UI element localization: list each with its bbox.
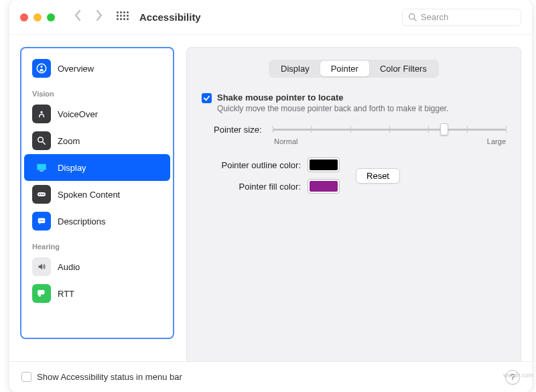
preferences-window: Accessibility Overview Vision Voic [9, 0, 532, 392]
fill-color-well[interactable] [308, 179, 340, 194]
fill-color-label: Pointer fill color: [202, 182, 301, 192]
reset-button[interactable]: Reset [356, 168, 400, 184]
shake-to-locate-checkbox[interactable] [202, 93, 212, 103]
svg-point-2 [37, 64, 46, 73]
back-button[interactable] [74, 9, 82, 25]
tab-group: Display Pointer Color Filters [269, 60, 439, 78]
display-icon [32, 158, 51, 177]
help-button[interactable]: ? [505, 370, 520, 385]
pointer-size-min: Normal [274, 137, 297, 145]
fill-color-swatch [310, 181, 338, 192]
sidebar-section-hearing: Hearing [24, 235, 170, 253]
footer: Show Accessibility status in menu bar ? [9, 361, 532, 392]
spoken-content-icon [32, 185, 51, 204]
svg-point-3 [41, 66, 43, 68]
show-status-label: Show Accessibility status in menu bar [37, 372, 182, 382]
svg-line-1 [414, 19, 416, 21]
outline-color-well[interactable] [308, 157, 340, 172]
sidebar-item-label: Spoken Content [58, 190, 120, 200]
sidebar[interactable]: Overview Vision VoiceOver Zoom Displa [20, 47, 174, 339]
sidebar-item-label: Display [58, 163, 86, 173]
pointer-size-label: Pointer size: [214, 125, 262, 135]
window-controls [20, 13, 55, 21]
svg-point-14 [40, 220, 41, 222]
titlebar: Accessibility [9, 0, 532, 35]
search-input[interactable] [421, 12, 515, 22]
search-field[interactable] [402, 9, 521, 26]
sidebar-item-descriptions[interactable]: Descriptions [24, 208, 170, 235]
main-panel: Display Pointer Color Filters Shake mous… [186, 47, 521, 385]
minimize-button[interactable] [34, 13, 42, 21]
window-title: Accessibility [139, 11, 201, 23]
sidebar-item-label: Overview [58, 64, 94, 74]
svg-point-16 [43, 220, 44, 222]
svg-point-11 [41, 194, 42, 195]
rtt-icon [32, 284, 51, 303]
tab-display[interactable]: Display [270, 61, 320, 76]
outline-color-label: Pointer outline color: [202, 160, 301, 170]
pointer-size-slider[interactable] [273, 123, 506, 136]
shake-to-locate-description: Quickly move the mouse pointer back and … [217, 104, 449, 113]
outline-color-swatch [310, 159, 338, 170]
shake-to-locate-label: Shake mouse pointer to locate [217, 92, 344, 103]
show-all-button[interactable] [117, 11, 129, 23]
sidebar-item-zoom[interactable]: Zoom [24, 127, 170, 154]
sidebar-item-label: RTT [58, 289, 74, 299]
svg-point-12 [43, 194, 44, 195]
overview-icon [32, 59, 51, 78]
sidebar-item-rtt[interactable]: RTT [24, 280, 170, 307]
sidebar-item-spoken-content[interactable]: Spoken Content [24, 181, 170, 208]
pointer-size-max: Large [487, 137, 506, 145]
sidebar-item-label: Descriptions [58, 216, 106, 226]
sidebar-section-vision: Vision [24, 82, 170, 101]
sidebar-item-audio[interactable]: Audio [24, 253, 170, 280]
tab-color-filters[interactable]: Color Filters [369, 61, 438, 76]
content: Overview Vision VoiceOver Zoom Displa [9, 35, 532, 392]
sidebar-item-label: Audio [58, 262, 80, 272]
sidebar-item-label: VoiceOver [58, 109, 98, 119]
tab-pointer[interactable]: Pointer [320, 61, 369, 76]
sidebar-item-overview[interactable]: Overview [24, 55, 170, 82]
sidebar-item-label: Zoom [58, 136, 80, 146]
close-button[interactable] [20, 13, 28, 21]
check-icon [203, 94, 210, 102]
svg-line-6 [43, 142, 46, 145]
sidebar-item-display[interactable]: Display [24, 154, 170, 181]
descriptions-icon [32, 212, 51, 231]
search-icon [408, 13, 417, 21]
show-status-checkbox[interactable] [21, 372, 31, 382]
svg-point-4 [40, 111, 42, 113]
svg-point-15 [41, 220, 42, 222]
nav-arrows [74, 9, 103, 25]
sidebar-item-voiceover[interactable]: VoiceOver [24, 101, 170, 127]
zoom-icon [32, 131, 51, 150]
svg-rect-7 [37, 164, 46, 170]
forward-button[interactable] [95, 9, 103, 25]
maximize-button[interactable] [47, 13, 55, 21]
voiceover-icon [32, 105, 51, 123]
audio-icon [32, 257, 51, 276]
svg-rect-8 [40, 171, 44, 172]
svg-point-10 [39, 194, 40, 195]
